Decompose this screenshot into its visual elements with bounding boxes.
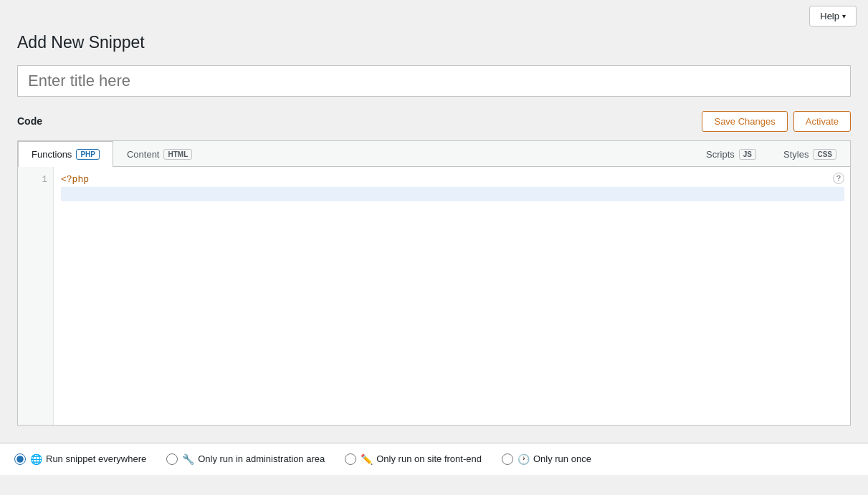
tab-styles-label: Styles bbox=[783, 149, 809, 160]
pencil-icon: ✏️ bbox=[361, 453, 373, 465]
tab-content[interactable]: Content HTML bbox=[113, 141, 206, 167]
tab-content-label: Content bbox=[127, 149, 160, 160]
save-changes-button[interactable]: Save Changes bbox=[702, 111, 787, 132]
radio-once[interactable] bbox=[502, 453, 513, 465]
clock-icon: 🕐 bbox=[518, 453, 530, 465]
run-option-once[interactable]: 🕐 Only run once bbox=[502, 453, 591, 465]
code-editor-area[interactable]: 1 <?php ? bbox=[18, 167, 850, 425]
run-once-label: Only run once bbox=[533, 453, 591, 464]
run-option-everywhere[interactable]: 🌐 Run snippet everywhere bbox=[14, 453, 146, 465]
chevron-down-icon: ▾ bbox=[842, 12, 846, 20]
code-content[interactable]: <?php ? bbox=[54, 167, 850, 425]
tab-functions[interactable]: Functions PHP bbox=[18, 141, 113, 167]
code-line-active bbox=[61, 187, 844, 201]
run-option-frontend[interactable]: ✏️ Only run on site front-end bbox=[345, 453, 482, 465]
run-option-admin[interactable]: 🔧 Only run in administration area bbox=[166, 453, 325, 465]
bottom-bar: 🌐 Run snippet everywhere 🔧 Only run in a… bbox=[0, 443, 868, 475]
code-header: Code Save Changes Activate bbox=[17, 111, 851, 132]
page-title: Add New Snippet bbox=[17, 32, 851, 54]
tab-scripts-badge: JS bbox=[739, 149, 756, 160]
page-content: Add New Snippet Code Save Changes Activa… bbox=[0, 27, 868, 443]
snippet-title-input[interactable] bbox=[17, 65, 851, 97]
tab-content-badge: HTML bbox=[163, 149, 192, 160]
editor-container: Functions PHP Content HTML Scripts JS St… bbox=[17, 140, 851, 426]
code-actions: Save Changes Activate bbox=[702, 111, 851, 132]
help-label: Help bbox=[820, 11, 839, 21]
code-line-php: <?php bbox=[61, 174, 89, 185]
tab-scripts-label: Scripts bbox=[706, 149, 735, 160]
tab-styles[interactable]: Styles CSS bbox=[770, 141, 850, 167]
line-numbers: 1 bbox=[18, 167, 54, 425]
tab-functions-label: Functions bbox=[32, 149, 72, 160]
run-frontend-label: Only run on site front-end bbox=[376, 453, 482, 464]
globe-icon: 🌐 bbox=[30, 453, 42, 465]
radio-everywhere[interactable] bbox=[14, 453, 26, 465]
run-everywhere-label: Run snippet everywhere bbox=[46, 453, 146, 464]
tab-scripts[interactable]: Scripts JS bbox=[692, 141, 770, 167]
radio-admin[interactable] bbox=[166, 453, 178, 465]
activate-button[interactable]: Activate bbox=[793, 111, 851, 132]
tabs-bar: Functions PHP Content HTML Scripts JS St… bbox=[18, 141, 850, 167]
tab-left-group: Functions PHP Content HTML bbox=[18, 141, 206, 166]
top-bar: Help ▾ bbox=[0, 0, 868, 27]
radio-frontend[interactable] bbox=[345, 453, 356, 465]
line-number-1: 1 bbox=[42, 173, 47, 187]
code-section: Code Save Changes Activate Functions PHP… bbox=[17, 111, 851, 426]
code-label: Code bbox=[17, 115, 42, 127]
tab-styles-badge: CSS bbox=[813, 149, 836, 160]
help-button[interactable]: Help ▾ bbox=[809, 6, 857, 27]
tab-functions-badge: PHP bbox=[76, 149, 100, 160]
wrench-icon: 🔧 bbox=[182, 453, 194, 465]
tab-right-group: Scripts JS Styles CSS bbox=[692, 141, 850, 166]
help-icon[interactable]: ? bbox=[833, 173, 844, 184]
run-admin-label: Only run in administration area bbox=[198, 453, 325, 464]
